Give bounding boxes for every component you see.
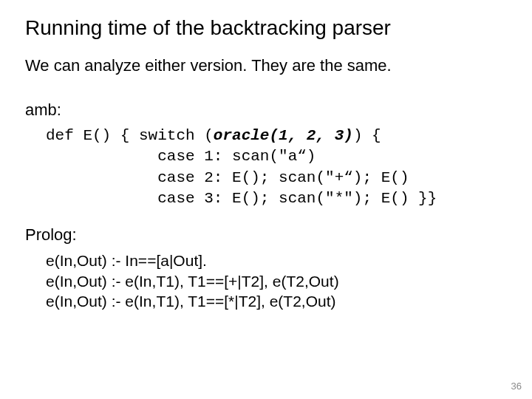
intro-text: We can analyze either version. They are … [25,56,507,75]
code-line-2: case 1: scan("a“) [46,148,316,165]
prolog-code-block: e(In,Out) :- In==[a|Out]. e(In,Out) :- e… [46,250,507,311]
prolog-line-3: e(In,Out) :- e(In,T1), T1==[*|T2], e(T2,… [46,291,507,311]
page-number: 36 [511,381,522,392]
prolog-label: Prolog: [25,225,507,245]
amb-code-block: def E() { switch (oracle(1, 2, 3)) { cas… [46,126,507,209]
slide: Running time of the backtracking parser … [0,0,532,399]
code-line-3: case 2: E(); scan("+“); E() [46,169,409,186]
code-oracle-call: oracle(1, 2, 3) [214,127,353,144]
code-line-1b: ) { [353,127,381,144]
slide-title: Running time of the backtracking parser [25,16,507,40]
code-line-4: case 3: E(); scan("*"); E() }} [46,190,437,207]
amb-label: amb: [25,100,507,120]
prolog-line-2: e(In,Out) :- e(In,T1), T1==[+|T2], e(T2,… [46,271,507,291]
code-line-1a: def E() { switch ( [46,127,214,144]
prolog-line-1: e(In,Out) :- In==[a|Out]. [46,250,507,270]
